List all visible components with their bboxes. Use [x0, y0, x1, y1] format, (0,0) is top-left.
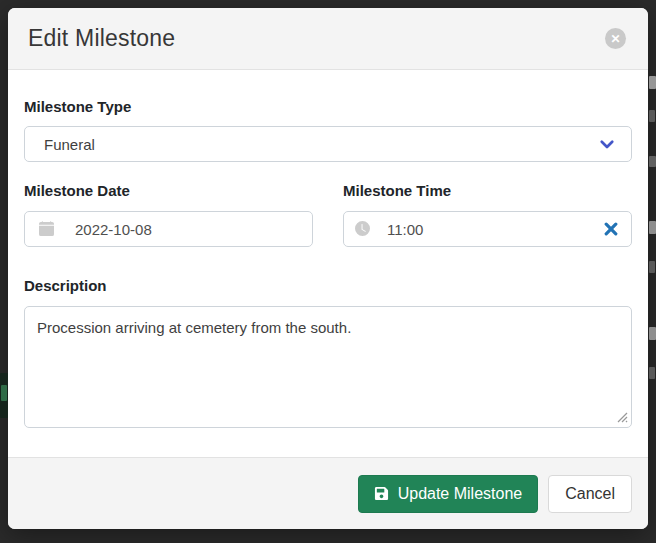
backdrop-fragment — [649, 76, 656, 89]
date-time-row: Milestone Date Milestone Time — [24, 182, 632, 247]
modal-title: Edit Milestone — [28, 25, 175, 52]
backdrop-fragment — [649, 367, 655, 379]
milestone-date-label: Milestone Date — [24, 182, 313, 200]
cancel-button[interactable]: Cancel — [548, 475, 632, 513]
backdrop-fragment — [649, 221, 656, 234]
milestone-time-group: Milestone Time — [343, 182, 632, 247]
description-textarea[interactable]: Procession arriving at cemetery from the… — [24, 306, 632, 428]
chevron-down-icon — [598, 135, 616, 153]
backdrop-fragment — [649, 261, 655, 273]
milestone-date-input[interactable] — [24, 211, 313, 247]
update-milestone-label: Update Milestone — [398, 485, 523, 503]
edit-milestone-modal: Edit Milestone ✕ Milestone Type Funeral … — [8, 8, 648, 529]
milestone-time-label: Milestone Time — [343, 182, 632, 200]
milestone-type-select[interactable]: Funeral — [24, 126, 632, 162]
description-field: Procession arriving at cemetery from the… — [24, 306, 632, 428]
backdrop-fragment — [649, 327, 656, 340]
description-label: Description — [24, 277, 632, 295]
milestone-type-value: Funeral — [44, 136, 95, 153]
modal-body: Milestone Type Funeral Milestone Date Mi… — [8, 98, 648, 428]
milestone-type-label: Milestone Type — [24, 98, 632, 116]
save-icon — [374, 486, 389, 501]
backdrop-fragment — [649, 110, 655, 122]
backdrop-fragment — [1, 385, 7, 401]
milestone-date-field — [24, 211, 313, 247]
clear-time-icon[interactable] — [604, 222, 618, 236]
update-milestone-button[interactable]: Update Milestone — [358, 475, 539, 513]
modal-footer: Update Milestone Cancel — [8, 457, 648, 529]
milestone-time-field — [343, 211, 632, 247]
close-icon: ✕ — [610, 33, 620, 45]
milestone-time-input[interactable] — [343, 211, 632, 247]
modal-header: Edit Milestone ✕ — [8, 8, 648, 70]
backdrop-fragment — [649, 156, 656, 167]
milestone-date-group: Milestone Date — [24, 182, 313, 247]
close-button[interactable]: ✕ — [605, 28, 626, 49]
